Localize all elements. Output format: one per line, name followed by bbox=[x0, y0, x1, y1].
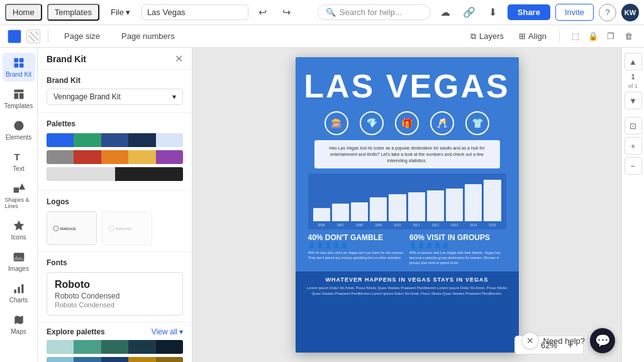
bar-2014 bbox=[465, 184, 482, 222]
delete-icon[interactable]: 🗑 bbox=[620, 28, 636, 45]
document-icons-row: 🎰 💎 🎁 🥂 👕 bbox=[296, 109, 519, 140]
action-icons: ⬚ 🔒 ❐ 🗑 bbox=[567, 28, 636, 45]
explore-title: Explore palettes bbox=[47, 327, 105, 336]
redo-button[interactable]: ↪ bbox=[277, 3, 296, 22]
gift-icon: 🎁 bbox=[395, 111, 419, 135]
main-area: Brand Kit Templates Elements T Text Shap… bbox=[0, 48, 644, 362]
explore-cell[interactable] bbox=[101, 340, 128, 354]
palette-cell[interactable] bbox=[101, 150, 128, 164]
invite-button[interactable]: Invite bbox=[555, 4, 594, 21]
palette-cell[interactable] bbox=[156, 150, 183, 164]
sidebar-item-images[interactable]: Images bbox=[3, 247, 35, 276]
sidebar-item-brand-kit[interactable]: Brand Kit bbox=[3, 53, 35, 82]
palette-cell[interactable] bbox=[47, 167, 115, 181]
sidebar-item-maps[interactable]: Maps bbox=[3, 310, 35, 339]
undo-button[interactable]: ↩ bbox=[253, 3, 272, 22]
palette-cell[interactable] bbox=[47, 133, 74, 147]
page-numbers-button[interactable]: Page numbers bbox=[113, 29, 183, 43]
help-chat-button[interactable]: 💬 bbox=[590, 328, 615, 353]
align-button[interactable]: ⊞ Align bbox=[514, 30, 552, 43]
scroll-down-button[interactable]: ▼ bbox=[625, 92, 642, 109]
scroll-up-button[interactable]: ▲ bbox=[625, 53, 642, 70]
document-title-input[interactable] bbox=[142, 4, 248, 20]
palette-cell[interactable] bbox=[128, 150, 155, 164]
explore-cell[interactable] bbox=[74, 340, 101, 354]
sidebar-item-shapes[interactable]: Shapes & Lines bbox=[3, 178, 35, 213]
explore-cell[interactable] bbox=[47, 340, 74, 354]
explore-cell[interactable] bbox=[101, 357, 128, 362]
zoom-minus-button[interactable]: − bbox=[625, 157, 642, 175]
explore-palette-1 bbox=[47, 340, 183, 354]
page-size-button[interactable]: Page size bbox=[56, 29, 108, 43]
dropdown-chevron: ▾ bbox=[172, 92, 176, 101]
panel-close-button[interactable]: ✕ bbox=[175, 54, 183, 64]
avatar[interactable]: KW bbox=[621, 4, 639, 21]
svg-text:VENNGAGE: VENNGAGE bbox=[60, 227, 76, 230]
sidebar-item-charts[interactable]: Charts bbox=[3, 278, 35, 307]
svg-rect-2 bbox=[14, 63, 18, 68]
brandkit-selector-section: Brand Kit Venngage Brand Kit ▾ bbox=[38, 70, 192, 112]
lock-icon[interactable]: 🔒 bbox=[585, 28, 601, 45]
sidebar-item-icons[interactable]: Icons bbox=[3, 216, 35, 244]
explore-cell[interactable] bbox=[74, 357, 101, 362]
explore-header: Explore palettes View all ▾ bbox=[38, 322, 192, 340]
help-search[interactable]: 🔍 Search for help... bbox=[318, 4, 431, 20]
brand-kit-panel: Brand Kit ✕ Brand Kit Venngage Brand Kit… bbox=[38, 48, 192, 362]
explore-cell[interactable] bbox=[47, 357, 74, 362]
search-icon: 🔍 bbox=[326, 8, 336, 17]
canvas-area[interactable]: LAS VEGAS 🎰 💎 🎁 🥂 👕 Has Las Vegas lost i… bbox=[192, 48, 621, 362]
cloud-icon[interactable]: ☁ bbox=[436, 3, 455, 22]
layers-icon: ⧉ bbox=[470, 31, 476, 41]
top-toolbar: Home Templates File ▾ ↩ ↪ 🔍 Search for h… bbox=[0, 0, 644, 25]
help-button[interactable]: ? bbox=[599, 4, 616, 21]
palette-cell[interactable] bbox=[47, 150, 74, 164]
palette-cell[interactable] bbox=[74, 150, 101, 164]
svg-text:T: T bbox=[14, 151, 19, 162]
sidebar-item-elements[interactable]: Elements bbox=[3, 116, 35, 145]
palette-cell[interactable] bbox=[156, 133, 183, 147]
palette-row-3 bbox=[47, 167, 183, 181]
layers-button[interactable]: ⧉ Layers bbox=[465, 30, 509, 43]
palette-cell[interactable] bbox=[128, 133, 155, 147]
pattern-button[interactable] bbox=[26, 30, 40, 43]
svg-rect-6 bbox=[19, 93, 23, 99]
view-all-button[interactable]: View all ▾ bbox=[152, 327, 183, 336]
help-close-button[interactable]: ✕ bbox=[522, 332, 538, 349]
help-text: Need help? bbox=[543, 336, 586, 346]
zoom-plus-button[interactable]: + bbox=[625, 137, 642, 155]
download-icon[interactable]: ⬇ bbox=[484, 3, 502, 22]
palette-cell[interactable] bbox=[101, 133, 128, 147]
explore-cell[interactable] bbox=[128, 340, 155, 354]
palette-cell[interactable] bbox=[74, 133, 101, 147]
venngage-logo-2: VENNGAGE bbox=[108, 224, 146, 233]
bar-2010 bbox=[389, 194, 406, 221]
explore-cell[interactable] bbox=[156, 340, 183, 354]
logo-item-1[interactable]: VENNGAGE bbox=[47, 211, 97, 245]
file-menu[interactable]: File ▾ bbox=[104, 5, 136, 19]
page-color-swatch[interactable] bbox=[8, 30, 21, 43]
share-button[interactable]: Share bbox=[508, 4, 550, 20]
text-icon: T bbox=[13, 151, 25, 163]
home-button[interactable]: Home bbox=[5, 4, 42, 21]
explore-cell[interactable] bbox=[156, 357, 183, 362]
crop-icon[interactable]: ⬚ bbox=[567, 28, 584, 45]
sidebar-item-templates[interactable]: Templates bbox=[3, 84, 35, 113]
chart-labels: 2006 2007 2008 2009 2010 2011 2012 2013 … bbox=[313, 221, 501, 227]
separator2 bbox=[559, 30, 560, 43]
logo-item-2[interactable]: VENNGAGE bbox=[102, 211, 152, 245]
sidebar-item-text[interactable]: T Text bbox=[3, 147, 35, 176]
explore-cell[interactable] bbox=[128, 357, 155, 362]
left-sidebar: Brand Kit Templates Elements T Text Shap… bbox=[0, 48, 38, 362]
duplicate-icon[interactable]: ❐ bbox=[602, 28, 619, 45]
page-current: 1 bbox=[631, 73, 635, 80]
document-chart: 2006 2007 2008 2009 2010 2011 2012 2013 … bbox=[308, 173, 506, 229]
fit-page-button[interactable]: ⊡ bbox=[625, 117, 642, 134]
share-link-icon[interactable]: 🔗 bbox=[460, 3, 479, 22]
chevron-icon: ▾ bbox=[179, 327, 183, 336]
pattern-lines-icon bbox=[28, 31, 38, 41]
brandkit-dropdown[interactable]: Venngage Brand Kit ▾ bbox=[47, 89, 183, 105]
palette-cell[interactable] bbox=[115, 167, 184, 181]
templates-tab[interactable]: Templates bbox=[47, 4, 99, 21]
charts-icon bbox=[13, 282, 25, 295]
document-canvas[interactable]: LAS VEGAS 🎰 💎 🎁 🥂 👕 Has Las Vegas lost i… bbox=[296, 57, 519, 353]
